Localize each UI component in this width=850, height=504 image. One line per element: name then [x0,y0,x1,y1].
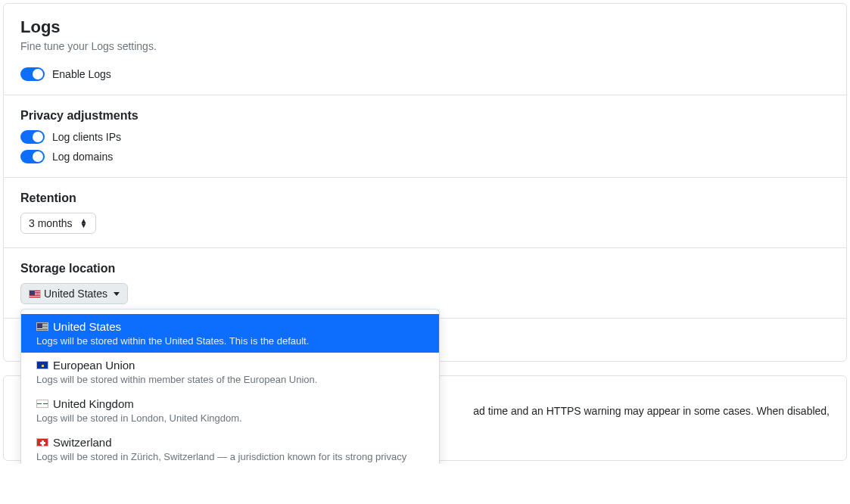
storage-option-name: United Kingdom [53,397,134,410]
storage-heading: Storage location [20,262,830,275]
storage-option-desc: Logs will be stored within member states… [36,374,424,385]
storage-option-ch[interactable]: SwitzerlandLogs will be stored in Zürich… [21,430,439,464]
storage-selected-label: United States [44,288,107,300]
log-ips-label: Log clients IPs [52,131,121,143]
storage-option-eu[interactable]: European UnionLogs will be stored within… [21,353,439,391]
enable-logs-toggle[interactable] [20,67,45,81]
page-subtitle: Fine tune your Logs settings. [20,40,830,52]
flag-uk-icon [36,400,48,408]
caret-down-icon [114,292,120,296]
log-domains-label: Log domains [52,151,113,163]
retention-heading: Retention [20,191,830,205]
flag-us-icon [36,322,48,331]
retention-select[interactable]: 3 months ▲▼ [20,213,96,234]
storage-location-button[interactable]: United States [20,283,128,304]
privacy-heading: Privacy adjustments [20,109,830,123]
flag-ch-icon [36,438,48,446]
storage-option-name: United States [53,320,121,333]
storage-option-desc: Logs will be stored within the United St… [36,335,424,347]
storage-option-us[interactable]: United StatesLogs will be stored within … [21,314,439,353]
storage-option-desc: Logs will be stored in Zürich, Switzerla… [36,451,424,464]
storage-option-uk[interactable]: United KingdomLogs will be stored in Lon… [21,391,439,430]
page-title: Logs [20,17,830,37]
storage-option-name: Switzerland [53,436,112,449]
caret-updown-icon: ▲▼ [80,219,88,228]
flag-eu-icon [36,361,48,369]
enable-logs-label: Enable Logs [52,68,111,80]
log-ips-toggle[interactable] [20,130,45,144]
storage-option-desc: Logs will be stored in London, United Ki… [36,412,424,424]
storage-location-dropdown[interactable]: United StatesLogs will be stored within … [20,309,440,464]
retention-value: 3 months [29,217,73,229]
storage-option-name: European Union [53,359,135,372]
log-domains-toggle[interactable] [20,150,45,163]
flag-us-icon [29,290,41,298]
